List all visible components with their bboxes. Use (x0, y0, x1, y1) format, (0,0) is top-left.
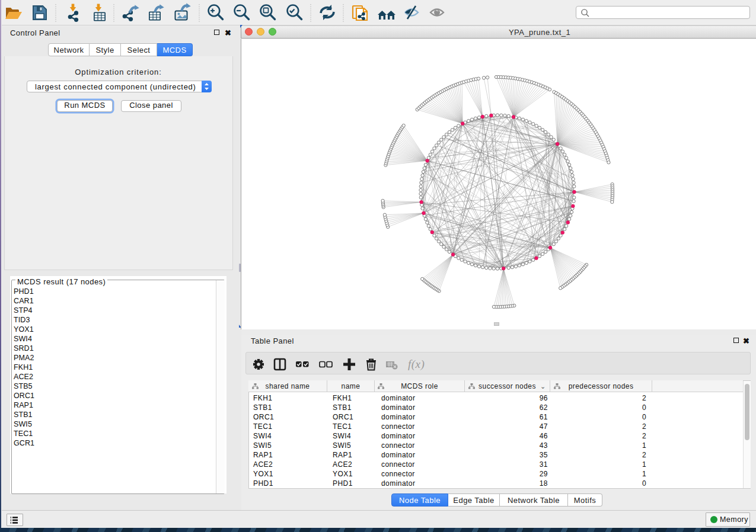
svg-text:f(x): f(x) (408, 358, 425, 371)
